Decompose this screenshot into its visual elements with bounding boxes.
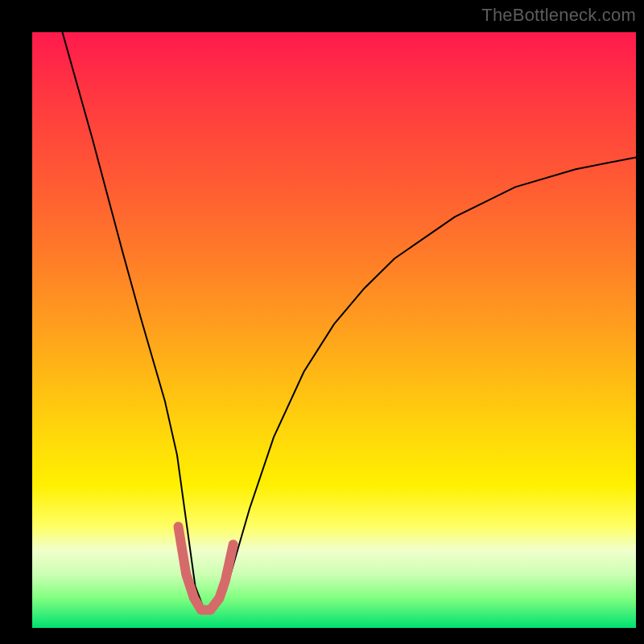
chart-frame: TheBottleneck.com <box>0 0 644 644</box>
watermark-text: TheBottleneck.com <box>481 5 636 26</box>
curve-svg <box>32 32 636 628</box>
plot-area <box>32 32 636 628</box>
u-highlight <box>179 526 233 610</box>
bottleneck-curve <box>63 32 637 610</box>
